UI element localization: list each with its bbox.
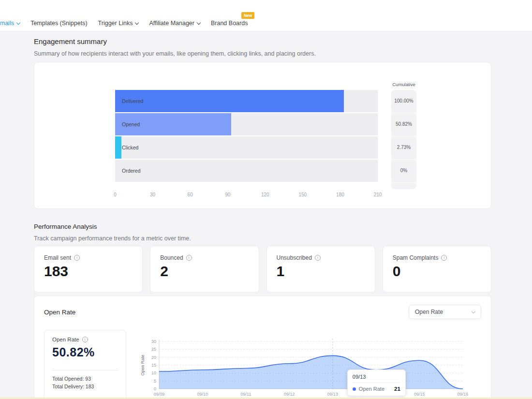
engagement-summary-title: Engagement summary	[34, 38, 491, 46]
svg-text:09/16: 09/16	[458, 392, 469, 397]
funnel-x-axis: 0306090120150180210	[115, 192, 378, 199]
top-navigation: mails Templates (Snippets) Trigger Links…	[0, 0, 532, 31]
metric-value: 183	[44, 263, 133, 279]
info-icon[interactable]	[441, 255, 447, 261]
performance-analysis-subtitle: Track campaign performance trends for a …	[34, 235, 491, 242]
info-icon[interactable]	[315, 255, 321, 261]
x-axis-tick: 90	[225, 192, 230, 197]
nav-item-templates-snippets[interactable]: Templates (Snippets)	[30, 20, 87, 27]
divider	[52, 370, 118, 370]
open-rate-body: Open Rate 50.82% Total Opened: 93 Total …	[34, 330, 491, 399]
performance-analysis-title: Performance Analysis	[34, 223, 491, 231]
metric-card: Email sent183	[34, 246, 143, 293]
metric-label-row: Spam Complaints	[393, 254, 481, 261]
metric-value: 0	[393, 263, 481, 279]
metric-select-dropdown[interactable]: Open Rate	[409, 305, 481, 319]
metrics-row: Email sent183Bounced2Unsubscribed1Spam C…	[34, 246, 491, 293]
funnel-bar-row: Clicked	[115, 136, 378, 159]
svg-text:09/12: 09/12	[284, 392, 295, 397]
open-rate-title: Open Rate	[44, 309, 75, 316]
chevron-down-icon	[135, 20, 139, 24]
metric-label: Bounced	[160, 254, 183, 261]
new-badge: New	[241, 12, 254, 19]
cumulative-value: 2.73%	[391, 136, 416, 159]
x-axis-tick: 210	[374, 192, 382, 197]
total-delivery-text: Total Delivery: 183	[52, 383, 118, 390]
open-rate-stat-value: 50.82%	[52, 345, 118, 359]
series-dot-icon	[353, 387, 356, 391]
info-icon[interactable]	[74, 255, 80, 261]
nav-item-trigger-links[interactable]: Trigger Links	[98, 20, 139, 27]
open-rate-stat-label: Open Rate	[52, 337, 79, 342]
funnel-bar-row: Opened	[115, 113, 378, 135]
nav-item-trigger-links-label: Trigger Links	[98, 20, 133, 27]
cumulative-value: 100.00%	[391, 90, 416, 112]
svg-text:10: 10	[151, 370, 156, 375]
metric-label: Unsubscribed	[277, 254, 312, 261]
open-rate-header: Open Rate Open Rate	[34, 296, 491, 319]
chevron-down-icon	[197, 20, 201, 24]
x-axis-tick: 150	[299, 192, 307, 197]
tooltip-date: 09/13	[353, 374, 400, 383]
area-chart-svg: 05101520253009/0909/1009/1109/1209/1309/…	[140, 337, 469, 399]
x-axis-tick: 30	[150, 192, 155, 197]
metric-select-value: Open Rate	[415, 309, 443, 315]
total-opened-text: Total Opened: 93	[52, 375, 118, 383]
svg-text:09/11: 09/11	[240, 392, 251, 397]
funnel-bar-label: Clicked	[122, 145, 138, 150]
info-icon[interactable]	[82, 337, 88, 342]
nav-items: mails Templates (Snippets) Trigger Links…	[0, 20, 248, 27]
chart-tooltip: 09/13 Open Rate 21	[347, 369, 406, 396]
funnel-bar-fill	[115, 90, 344, 112]
cumulative-column: 100.00%50.82%2.73%0%	[391, 90, 416, 190]
tooltip-series-label: Open Rate	[359, 386, 384, 392]
nav-item-emails-label: mails	[0, 20, 14, 27]
cumulative-value: 0%	[391, 160, 416, 182]
funnel-bar-label: Ordered	[122, 168, 141, 174]
app-viewport: mails Templates (Snippets) Trigger Links…	[0, 0, 532, 399]
nav-item-affiliate-manager-label: Affiliate Manager	[149, 20, 194, 27]
funnel-chart: DeliveredOpenedClickedOrdered	[115, 90, 378, 183]
metric-card: Spam Complaints0	[383, 246, 491, 293]
funnel-bar-label: Opened	[122, 121, 140, 127]
nav-item-brand-boards-label: Brand Boards	[211, 20, 248, 27]
metric-label-row: Email sent	[44, 254, 133, 261]
chevron-down-icon	[472, 309, 475, 313]
open-rate-chart: 05101520253009/0909/1009/1109/1209/1309/…	[140, 337, 479, 399]
open-rate-stat-label-row: Open Rate	[52, 337, 118, 342]
nav-item-emails[interactable]: mails	[0, 20, 20, 27]
svg-text:30: 30	[151, 339, 156, 344]
funnel-bar-label: Delivered	[122, 98, 143, 104]
svg-text:09/10: 09/10	[197, 392, 208, 397]
svg-text:5: 5	[154, 379, 156, 384]
x-axis-tick: 60	[188, 192, 193, 197]
funnel-bar-row: Delivered	[115, 90, 378, 112]
funnel-bar-row: Ordered	[115, 160, 378, 182]
nav-item-affiliate-manager[interactable]: Affiliate Manager	[149, 20, 200, 27]
open-rate-stat-card: Open Rate 50.82% Total Opened: 93 Total …	[44, 330, 126, 399]
svg-text:09/09: 09/09	[154, 392, 165, 397]
cumulative-tail	[391, 183, 416, 189]
metric-label-row: Unsubscribed	[277, 254, 365, 261]
svg-text:0: 0	[154, 386, 156, 391]
chevron-down-icon	[16, 20, 20, 24]
svg-text:25: 25	[151, 347, 156, 352]
engagement-summary-card: Cumulative DeliveredOpenedClickedOrdered…	[34, 62, 491, 209]
tooltip-series-row: Open Rate 21	[353, 386, 400, 392]
x-axis-tick: 120	[261, 192, 269, 197]
metric-value: 2	[160, 263, 249, 279]
nav-item-templates-label: Templates (Snippets)	[30, 20, 87, 27]
info-icon[interactable]	[186, 255, 192, 261]
engagement-summary-subtitle: Summary of how recipients interact with …	[34, 50, 491, 57]
main-content: Engagement summary Summary of how recipi…	[34, 38, 491, 399]
metric-card: Bounced2	[150, 246, 259, 293]
metric-card: Unsubscribed1	[266, 246, 375, 293]
open-rate-card: Open Rate Open Rate Open Rate 50.82% Tot…	[34, 296, 491, 399]
tooltip-series-value: 21	[387, 386, 400, 392]
svg-text:Open Rate: Open Rate	[140, 355, 145, 376]
nav-item-brand-boards[interactable]: New Brand Boards	[211, 20, 248, 27]
funnel-bar-fill	[115, 136, 121, 159]
cumulative-value: 50.82%	[391, 113, 416, 135]
cumulative-header: Cumulative	[391, 82, 416, 87]
metric-value: 1	[277, 263, 365, 279]
